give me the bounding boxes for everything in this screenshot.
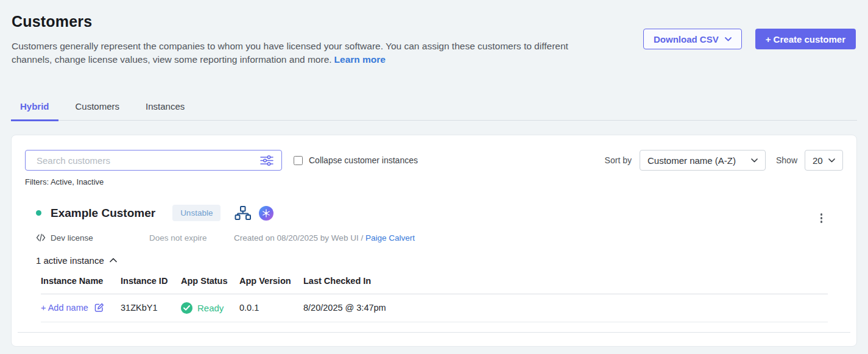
filter-sliders-icon[interactable] bbox=[260, 155, 273, 166]
tab-bar: Hybrid Customers Instances bbox=[11, 95, 857, 121]
col-app-status: App Status bbox=[181, 276, 239, 286]
col-instance-id: Instance ID bbox=[121, 276, 181, 286]
instance-table-header: Instance Name Instance ID App Status App… bbox=[41, 276, 828, 294]
search-input[interactable] bbox=[37, 155, 260, 166]
status-dot bbox=[36, 210, 41, 216]
header-actions: Download CSV + Create customer bbox=[643, 29, 856, 49]
check-circle-icon bbox=[181, 302, 192, 314]
customer-header: Example Customer Unstable bbox=[36, 202, 843, 224]
license-type: Dev license bbox=[36, 233, 149, 242]
page-title: Customers bbox=[12, 13, 856, 30]
collapse-instances-group: Collapse customer instances bbox=[294, 155, 418, 165]
app-version-cell: 0.0.1 bbox=[239, 303, 303, 313]
kebab-menu-icon[interactable] bbox=[819, 212, 824, 224]
collapse-instances-label[interactable]: Collapse customer instances bbox=[309, 155, 418, 165]
show-label: Show bbox=[776, 155, 797, 165]
code-brackets-icon bbox=[36, 233, 46, 242]
tab-customers[interactable]: Customers bbox=[66, 95, 129, 121]
customer-name[interactable]: Example Customer bbox=[51, 207, 155, 220]
show-count-select[interactable]: 20 bbox=[805, 150, 843, 171]
chevron-down-icon bbox=[828, 158, 835, 163]
collapse-instances-checkbox[interactable] bbox=[294, 156, 303, 165]
created-by-link[interactable]: Paige Calvert bbox=[365, 233, 415, 242]
created-info: Created on 08/20/2025 by Web UI / Paige … bbox=[234, 233, 415, 242]
download-csv-button[interactable]: Download CSV bbox=[643, 29, 742, 49]
kubernetes-helm-icon bbox=[259, 206, 273, 221]
instance-name-cell: + Add name bbox=[41, 302, 121, 313]
sitemap-icon bbox=[235, 206, 251, 221]
create-customer-button[interactable]: + Create customer bbox=[755, 29, 856, 49]
last-checked-in-cell: 8/20/2025 @ 3:47pm bbox=[303, 303, 828, 313]
col-last-checked-in: Last Checked In bbox=[303, 276, 828, 286]
app-status-cell: Ready bbox=[181, 302, 239, 314]
page-description-text: Customers generally represent the compan… bbox=[12, 41, 568, 65]
col-instance-name: Instance Name bbox=[41, 276, 121, 286]
channel-badge: Unstable bbox=[172, 205, 221, 221]
license-type-label: Dev license bbox=[51, 233, 93, 242]
instance-table: Instance Name Instance ID App Status App… bbox=[41, 276, 828, 322]
panel-bottom-divider bbox=[18, 332, 850, 333]
learn-more-link[interactable]: Learn more bbox=[334, 54, 386, 65]
license-expiry: Does not expire bbox=[149, 233, 234, 242]
instances-summary: 1 active instance bbox=[36, 255, 104, 266]
sort-by-value: Customer name (A-Z) bbox=[647, 155, 736, 166]
instance-row: + Add name 31ZKbY1 Ready 0.0.1 bbox=[41, 294, 828, 322]
active-filters-text: Filters: Active, Inactive bbox=[25, 177, 843, 186]
customers-panel: Collapse customer instances Sort by Cust… bbox=[11, 135, 857, 347]
col-app-version: App Version bbox=[239, 276, 303, 286]
chevron-down-icon bbox=[751, 158, 758, 163]
license-row: Dev license Does not expire Created on 0… bbox=[36, 233, 843, 242]
search-box bbox=[25, 150, 282, 171]
edit-pencil-icon[interactable] bbox=[94, 302, 105, 313]
show-count-value: 20 bbox=[813, 155, 823, 166]
customer-row: Example Customer Unstable bbox=[25, 202, 843, 322]
tab-hybrid[interactable]: Hybrid bbox=[11, 95, 58, 121]
download-csv-label: Download CSV bbox=[654, 34, 719, 44]
instances-toggle[interactable]: 1 active instance bbox=[36, 255, 117, 266]
sort-by-label: Sort by bbox=[605, 155, 632, 165]
add-name-link[interactable]: + Add name bbox=[41, 303, 88, 313]
created-text: Created on 08/20/2025 by Web UI / bbox=[234, 233, 365, 242]
tab-instances[interactable]: Instances bbox=[136, 95, 194, 121]
list-toolbar: Collapse customer instances Sort by Cust… bbox=[25, 150, 843, 171]
page-description: Customers generally represent the compan… bbox=[12, 40, 596, 66]
toolbar-right: Sort by Customer name (A-Z) Show 20 bbox=[605, 150, 843, 171]
chevron-down-icon bbox=[725, 37, 732, 41]
app-status-text: Ready bbox=[197, 303, 224, 313]
instance-id-cell: 31ZKbY1 bbox=[121, 303, 181, 313]
chevron-up-icon bbox=[110, 258, 117, 263]
sort-by-select[interactable]: Customer name (A-Z) bbox=[640, 150, 766, 171]
